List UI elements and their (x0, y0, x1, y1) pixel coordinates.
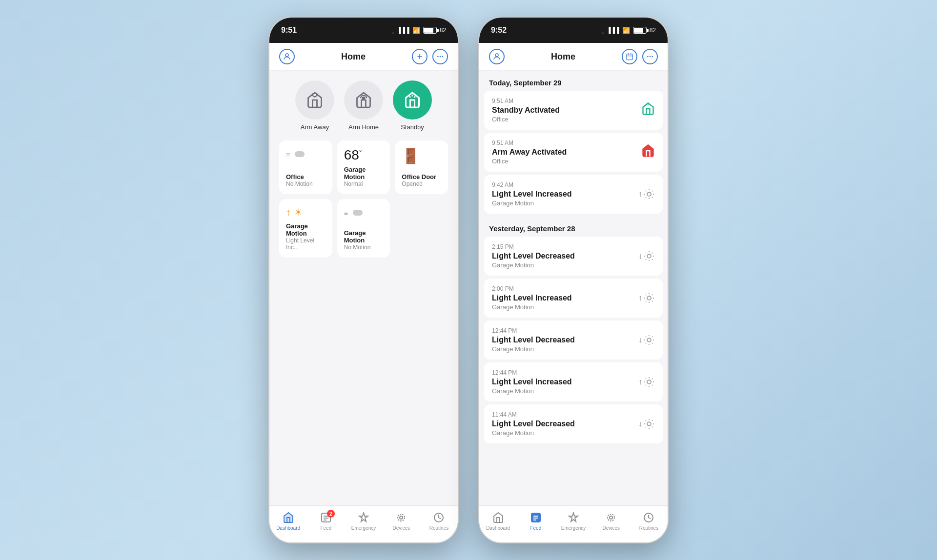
feed-item-light-up-1[interactable]: 9:42 AM Light Level Increased Garage Mot… (484, 175, 663, 214)
light-up-2-icon: ↑ (638, 292, 655, 304)
header-actions-1 (412, 49, 448, 64)
dynamic-island-2 (544, 23, 603, 40)
svg-line-40 (646, 259, 646, 260)
nav-devices-1[interactable]: Devices (383, 510, 420, 533)
svg-line-57 (652, 337, 652, 337)
nav-dashboard-label-1: Dashboard (276, 525, 300, 531)
phone2-frame: 9:52 🔔 ▐▐▐ 📶 82 Home (478, 17, 669, 543)
battery-pct-1: 82 (440, 27, 446, 34)
feed-date-today: Today, September 29 (479, 71, 668, 91)
office-sensor-name: Office (286, 173, 326, 180)
user-icon-1[interactable] (279, 49, 295, 64)
status-bar-1: 9:51 🔔 ▐▐▐ 📶 82 (269, 18, 458, 43)
feed-light-up-1-time: 9:42 AM (492, 181, 632, 188)
svg-line-31 (646, 197, 646, 198)
nav-routines-2[interactable]: Routines (630, 510, 668, 533)
sensor-garage-nomotion[interactable]: ≡ Garage Motion No Motion (337, 199, 390, 258)
feed-item-arm-away-left: 9:51 AM Arm Away Activated Office (492, 140, 635, 165)
feed-arm-title: Arm Away Activated (492, 148, 635, 157)
battery-icon-1 (423, 27, 437, 34)
app-header-2: Home (479, 43, 668, 71)
nav-dashboard-1[interactable]: Dashboard (269, 510, 307, 533)
arm-away-button[interactable]: Arm Away (295, 80, 334, 131)
svg-point-11 (400, 516, 403, 519)
svg-line-67 (646, 385, 646, 385)
sensor-garage-temp[interactable]: 68° Garage Motion Normal (337, 140, 390, 194)
garage-motion2-icon: ≡ (344, 206, 384, 219)
sensor-office-motion[interactable]: ≡ Office No Motion (279, 140, 332, 194)
svg-point-82 (608, 514, 614, 521)
sensor-office-door[interactable]: 🚪 Office Door Opened (395, 140, 448, 194)
calendar-button-2[interactable] (622, 49, 637, 64)
light-up-3-sub: Garage Motion (492, 387, 632, 395)
header-title-1: Home (341, 52, 366, 62)
nav-emergency-1[interactable]: Emergency (345, 510, 382, 533)
sensor-grid: ≡ Office No Motion 68° Garage Motion Nor… (279, 140, 448, 258)
svg-point-12 (398, 514, 405, 521)
office-motion-icon: ≡ (286, 147, 326, 160)
svg-point-3 (437, 56, 439, 58)
bottom-nav-2: Dashboard Feed Emergency Devices (479, 505, 668, 542)
feed-item-light-up-2[interactable]: 2:00 PM Light Level Increased Garage Mot… (484, 279, 663, 318)
light-down-3-time: 11:44 AM (492, 411, 632, 418)
svg-point-68 (647, 422, 651, 426)
nav-routines-1[interactable]: Routines (420, 510, 458, 533)
light-down-2-time: 12:44 PM (492, 327, 632, 334)
svg-line-38 (652, 259, 652, 260)
nav-devices-2[interactable]: Devices (592, 510, 630, 533)
svg-point-20 (650, 56, 651, 58)
light-down-1-icon: ↓ (638, 250, 655, 262)
light-up-2-time: 2:00 PM (492, 285, 632, 292)
feed-date-yesterday: Yesterday, September 28 (479, 217, 668, 237)
user-icon-2[interactable] (489, 49, 505, 64)
office-door-name: Office Door (402, 173, 441, 180)
battery-pct-2: 82 (650, 27, 656, 34)
status-time-2: 9:52 (491, 26, 507, 35)
nav-devices-label-1: Devices (392, 525, 410, 531)
feed-item-standby[interactable]: 9:51 AM Standby Activated Office (484, 91, 663, 130)
light-up-3-icon: ↑ (638, 376, 655, 388)
feed-item-light-down-2[interactable]: 12:44 PM Light Level Decreased Garage Mo… (484, 320, 663, 360)
more-button-1[interactable] (432, 49, 448, 64)
nav-emergency-label-2: Emergency (561, 525, 586, 531)
svg-point-41 (647, 296, 651, 300)
arm-home-button[interactable]: Arm Home (344, 80, 383, 131)
svg-line-76 (646, 427, 646, 427)
svg-line-48 (652, 295, 652, 295)
svg-line-66 (652, 379, 652, 379)
signal-icon-1: ▐▐▐ (397, 27, 409, 34)
garage-nomotion-name: Garage Motion (344, 229, 384, 244)
feed-item-light-down-1[interactable]: 2:15 PM Light Level Decreased Garage Mot… (484, 237, 663, 276)
svg-line-46 (646, 295, 646, 295)
nav-dashboard-2[interactable]: Dashboard (479, 510, 517, 533)
light-down-1-time: 2:15 PM (492, 243, 632, 250)
svg-point-0 (285, 54, 288, 57)
nav-feed-1[interactable]: 2 Feed (307, 510, 345, 533)
light-inc-icon: ↑ ☀ (286, 206, 326, 219)
light-up-1-icon: ↑ (638, 188, 655, 200)
sensor-garage-light-inc[interactable]: ↑ ☀ Garage Motion Light Level Inc... (279, 199, 332, 258)
svg-line-56 (652, 343, 652, 343)
feed-item-light-down-3[interactable]: 11:44 AM Light Level Decreased Garage Mo… (484, 404, 663, 443)
nav-feed-2[interactable]: Feed (517, 510, 554, 533)
svg-line-47 (652, 301, 652, 301)
status-bar-2: 9:52 🔔 ▐▐▐ 📶 82 (479, 18, 668, 43)
svg-line-74 (652, 427, 652, 427)
more-button-2[interactable] (642, 49, 658, 64)
feed-item-light-up-3[interactable]: 12:44 PM Light Level Increased Garage Mo… (484, 362, 663, 401)
feed-item-light-up-1-left: 9:42 AM Light Level Increased Garage Mot… (492, 181, 632, 207)
feed-item-arm-away[interactable]: 9:51 AM Arm Away Activated Office (484, 133, 663, 172)
standby-button[interactable]: Standby (393, 80, 432, 131)
office-door-status: Opened (402, 180, 441, 187)
svg-point-81 (610, 516, 612, 519)
nav-emergency-2[interactable]: Emergency (554, 510, 592, 533)
add-button-1[interactable] (412, 49, 428, 64)
arm-buttons-container: Arm Away Arm Home (279, 80, 448, 131)
wifi-icon-2: 📶 (622, 27, 630, 34)
nav-devices-label-2: Devices (602, 525, 620, 531)
status-icons-2: 🔔 ▐▐▐ 📶 82 (596, 27, 656, 34)
light-up-2-title: Light Level Increased (492, 294, 632, 302)
svg-point-32 (647, 254, 651, 258)
arm-home-label: Arm Home (348, 123, 379, 131)
svg-line-29 (652, 197, 652, 198)
